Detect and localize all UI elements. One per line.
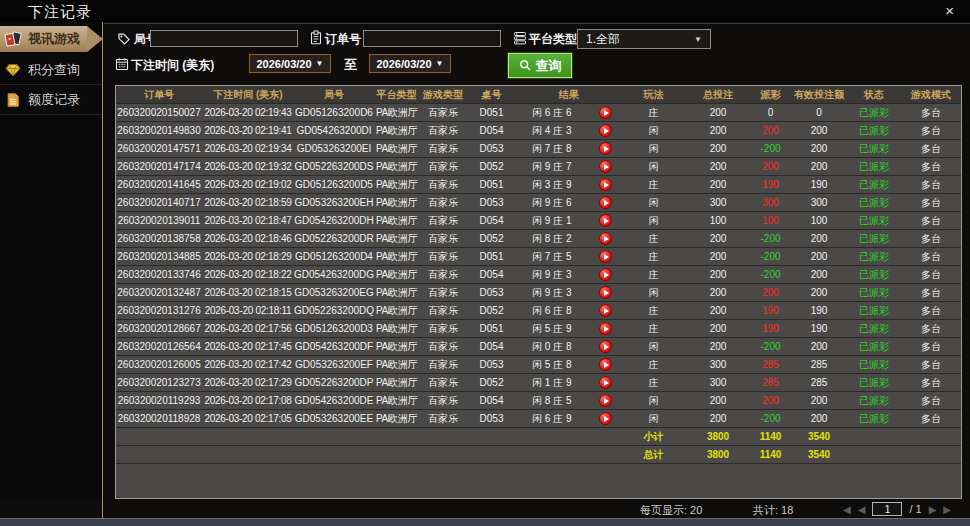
game-mode-cell: 多台 (901, 160, 961, 174)
sidebar-item-quota-records[interactable]: 额度记录 (0, 85, 102, 115)
replay-play-icon[interactable] (599, 376, 612, 389)
game-mode-cell: 多台 (901, 178, 961, 192)
table-number-cell: D052 (467, 233, 516, 244)
replay-play-icon[interactable] (599, 232, 612, 245)
round-number-cell: GD052263200DR (294, 233, 374, 244)
page-total-label: / 1 (909, 503, 921, 515)
total-bet-cell: 200 (686, 269, 750, 280)
game-mode-cell: 多台 (901, 376, 961, 390)
round-number-cell: GD054263200DF (294, 341, 374, 352)
order-number-cell: 260320020141645 (116, 179, 202, 190)
game-type-cell: 百家乐 (419, 412, 467, 426)
total-bet-cell: 200 (686, 251, 750, 262)
payout-cell: -200 (750, 251, 791, 262)
replay-play-icon[interactable] (599, 124, 612, 137)
replay-play-icon[interactable] (599, 394, 612, 407)
table-number-cell: D051 (467, 251, 516, 262)
search-icon (519, 59, 532, 72)
table-number-cell: D051 (467, 179, 516, 190)
total-bet-cell: 300 (686, 359, 750, 370)
subtotal-valid-bet: 3540 (791, 431, 847, 442)
replay-play-icon[interactable] (599, 358, 612, 371)
first-page-icon[interactable]: ◀ (843, 504, 851, 515)
date-from-picker[interactable]: 2026/03/20 ▼ (249, 54, 331, 73)
status-badge: 已派彩 (847, 358, 901, 372)
replay-play-icon[interactable] (599, 340, 612, 353)
table-row: 260320020138758 2026-03-20 02:18:46 GD05… (116, 230, 961, 248)
valid-bet-cell: 0 (791, 107, 847, 118)
page-number-input[interactable] (872, 502, 902, 516)
bet-type-cell: 庄 (621, 268, 686, 282)
game-type-cell: 百家乐 (419, 340, 467, 354)
result-cell: 闲 6 庄 6 (516, 106, 621, 120)
sidebar-item-points-query[interactable]: 积分查询 (0, 55, 102, 85)
order-number-cell: 260320020147174 (116, 161, 202, 172)
bet-type-cell: 庄 (621, 178, 686, 192)
payout-cell: 200 (750, 395, 791, 406)
platform-cell: PA欧洲厅 (374, 214, 419, 228)
table-number-cell: D053 (467, 287, 516, 298)
game-mode-cell: 多台 (901, 196, 961, 210)
game-type-cell: 百家乐 (419, 394, 467, 408)
replay-play-icon[interactable] (599, 268, 612, 281)
document-icon (4, 92, 22, 108)
table-row: 260320020139011 2026-03-20 02:18:47 GD05… (116, 212, 961, 230)
col-header-total-bet: 总投注 (686, 88, 750, 102)
status-badge: 已派彩 (847, 196, 901, 210)
status-badge: 已派彩 (847, 250, 901, 264)
total-bet-cell: 200 (686, 233, 750, 244)
status-badge: 已派彩 (847, 160, 901, 174)
result-score: 闲 7 庄 8 (532, 142, 571, 156)
query-button[interactable]: 查询 (508, 53, 572, 78)
replay-play-icon[interactable] (599, 106, 612, 119)
table-row: 260320020118928 2026-03-20 02:17:05 GD05… (116, 410, 961, 428)
result-score: 闲 5 庄 9 (532, 322, 571, 336)
col-header-table-no: 桌号 (467, 88, 516, 102)
prev-page-icon[interactable]: ◀ (858, 504, 866, 515)
platform-type-select[interactable]: 1.全部 ▼ (577, 29, 711, 49)
platform-cell: PA欧洲厅 (374, 340, 419, 354)
total-bet-cell: 200 (686, 179, 750, 190)
payout-cell: 190 (750, 179, 791, 190)
replay-play-icon[interactable] (599, 250, 612, 263)
replay-play-icon[interactable] (599, 214, 612, 227)
game-mode-cell: 多台 (901, 322, 961, 336)
result-cell: 闲 6 庄 8 (516, 304, 621, 318)
replay-play-icon[interactable] (599, 160, 612, 173)
valid-bet-cell: 190 (791, 179, 847, 190)
replay-play-icon[interactable] (599, 196, 612, 209)
valid-bet-cell: 285 (791, 359, 847, 370)
last-page-icon[interactable]: ▶ (943, 504, 951, 515)
order-number-cell: 260320020118928 (116, 413, 202, 424)
bottom-strip (0, 519, 970, 526)
close-icon[interactable]: × (945, 2, 954, 20)
platform-cell: PA欧洲厅 (374, 196, 419, 210)
table-number-cell: D053 (467, 197, 516, 208)
replay-play-icon[interactable] (599, 286, 612, 299)
result-cell: 闲 8 庄 5 (516, 394, 621, 408)
replay-play-icon[interactable] (599, 412, 612, 425)
replay-play-icon[interactable] (599, 322, 612, 335)
bet-type-cell: 闲 (621, 340, 686, 354)
date-to-picker[interactable]: 2026/03/20 ▼ (369, 54, 451, 73)
table-row: 260320020132487 2026-03-20 02:18:15 GD05… (116, 284, 961, 302)
col-header-game: 游戏类型 (419, 88, 467, 102)
grand-total-label: 总计 (621, 448, 686, 462)
round-number-cell: GD053263200EF (294, 359, 374, 370)
grand-total-valid-bet: 3540 (791, 449, 847, 460)
replay-play-icon[interactable] (599, 142, 612, 155)
order-number-cell: 260320020128667 (116, 323, 202, 334)
table-row: 260320020126564 2026-03-20 02:17:45 GD05… (116, 338, 961, 356)
sidebar-item-video-games[interactable]: 视讯游戏 (0, 26, 87, 52)
order-number-input[interactable] (363, 30, 501, 47)
round-number-input[interactable] (150, 30, 298, 47)
total-bet-cell: 200 (686, 125, 750, 136)
round-number-cell: GD053263200EH (294, 197, 374, 208)
order-number-cell: 260320020126005 (116, 359, 202, 370)
replay-play-icon[interactable] (599, 178, 612, 191)
status-badge: 已派彩 (847, 142, 901, 156)
gem-icon (4, 62, 22, 78)
replay-play-icon[interactable] (599, 304, 612, 317)
bet-type-cell: 庄 (621, 250, 686, 264)
next-page-icon[interactable]: ▶ (929, 504, 937, 515)
